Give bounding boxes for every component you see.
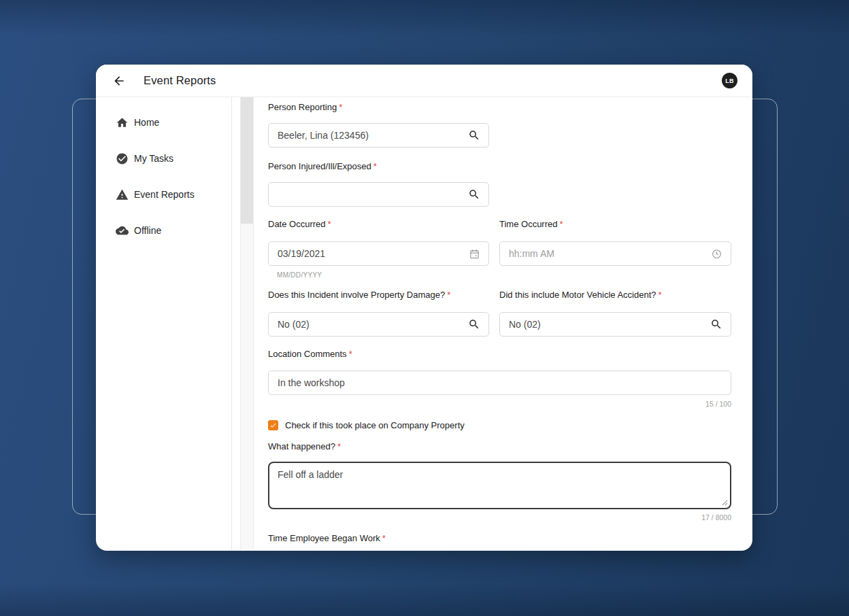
sidebar-item-label: Home — [134, 117, 159, 128]
person-injured-input[interactable] — [278, 189, 463, 200]
label-text: Location Comments — [268, 349, 347, 359]
label-text: Time Employee Began Work — [268, 533, 380, 543]
cloud-done-icon — [116, 224, 129, 237]
person-injured-field[interactable] — [268, 182, 489, 207]
label-text: Does this Incident involve Property Dama… — [268, 290, 445, 300]
time-occurred-input[interactable] — [509, 248, 705, 259]
motor-vehicle-field[interactable] — [499, 312, 731, 337]
sidebar-item-label: My Tasks — [134, 153, 173, 164]
location-comments-field[interactable] — [268, 371, 731, 395]
location-comments-input[interactable] — [278, 377, 722, 388]
time-occurred-label: Time Occurred* — [499, 219, 731, 230]
check-icon — [269, 422, 277, 429]
app-header: Event Reports LB — [96, 65, 752, 97]
arrow-back-icon — [112, 74, 126, 88]
property-damage-input[interactable] — [278, 319, 463, 330]
search-icon[interactable] — [468, 188, 480, 201]
property-damage-field[interactable] — [268, 312, 489, 337]
page-title: Event Reports — [144, 74, 216, 87]
back-button[interactable] — [111, 73, 127, 89]
app-window: Event Reports LB Home My Tasks Event — [96, 65, 752, 551]
what-happened-textarea[interactable]: Fell off a ladder — [269, 463, 730, 508]
user-avatar[interactable]: LB — [722, 73, 737, 88]
time-began-work-label: Time Employee Began Work* — [268, 533, 731, 544]
person-reporting-field[interactable] — [268, 123, 489, 148]
event-report-form: Person Reporting* Person Injured/Ill/Exp… — [254, 97, 752, 550]
warning-icon — [116, 188, 129, 201]
location-comments-counter: 15 / 100 — [268, 400, 731, 408]
what-happened-label: What happened?* — [268, 441, 731, 452]
date-occurred-field[interactable] — [268, 241, 489, 266]
label-text: What happened? — [268, 441, 335, 451]
search-icon[interactable] — [710, 318, 722, 330]
time-occurred-field[interactable] — [499, 241, 731, 266]
required-asterisk: * — [339, 102, 342, 112]
label-text: Person Reporting — [268, 102, 337, 112]
person-injured-label: Person Injured/Ill/Exposed* — [268, 161, 731, 172]
sidebar-item-label: Offline — [134, 225, 161, 236]
calendar-icon[interactable] — [469, 248, 480, 260]
label-text: Did this include Motor Vehicle Accident? — [499, 290, 656, 300]
search-icon[interactable] — [468, 318, 480, 330]
required-asterisk: * — [659, 290, 662, 300]
company-property-checkbox[interactable] — [268, 420, 278, 430]
motor-vehicle-input[interactable] — [509, 319, 705, 330]
company-property-row: Check if this took place on Company Prop… — [268, 420, 731, 430]
required-asterisk: * — [373, 161, 377, 171]
required-asterisk: * — [447, 290, 450, 300]
search-icon[interactable] — [468, 129, 480, 141]
label-text: Person Injured/Ill/Exposed — [268, 161, 371, 171]
date-occurred-label: Date Occurred* — [268, 219, 489, 230]
required-asterisk: * — [559, 219, 563, 229]
property-damage-label: Does this Incident involve Property Dama… — [268, 290, 489, 301]
required-asterisk: * — [328, 219, 331, 229]
person-reporting-label: Person Reporting* — [268, 102, 731, 113]
motor-vehicle-label: Did this include Motor Vehicle Accident?… — [499, 290, 731, 301]
sidebar-item-offline[interactable]: Offline — [96, 222, 231, 239]
label-text: Time Occurred — [499, 219, 557, 229]
sidebar-item-label: Event Reports — [134, 189, 195, 200]
check-circle-icon — [116, 152, 129, 165]
sidebar: Home My Tasks Event Reports Offline — [96, 97, 232, 550]
what-happened-counter: 17 / 8000 — [268, 513, 731, 521]
sidebar-item-event-reports[interactable]: Event Reports — [96, 186, 231, 203]
required-asterisk: * — [337, 441, 341, 451]
label-text: Date Occurred — [268, 219, 326, 229]
sidebar-gutter — [232, 97, 240, 550]
required-asterisk: * — [349, 349, 352, 359]
date-format-hint: MM/DD/YYYY — [268, 271, 489, 279]
sidebar-item-my-tasks[interactable]: My Tasks — [96, 150, 231, 167]
content-scrollbar[interactable] — [240, 97, 254, 550]
company-property-label[interactable]: Check if this took place on Company Prop… — [285, 420, 465, 430]
date-occurred-input[interactable] — [278, 248, 463, 259]
home-icon — [116, 116, 129, 129]
clock-icon[interactable] — [711, 248, 722, 260]
what-happened-field[interactable]: Fell off a ladder — [268, 462, 731, 509]
sidebar-item-home[interactable]: Home — [96, 114, 231, 131]
person-reporting-input[interactable] — [278, 130, 463, 141]
scrollbar-thumb[interactable] — [241, 97, 253, 224]
required-asterisk: * — [382, 533, 386, 543]
app-body: Home My Tasks Event Reports Offline — [96, 97, 752, 550]
location-comments-label: Location Comments* — [268, 349, 731, 360]
